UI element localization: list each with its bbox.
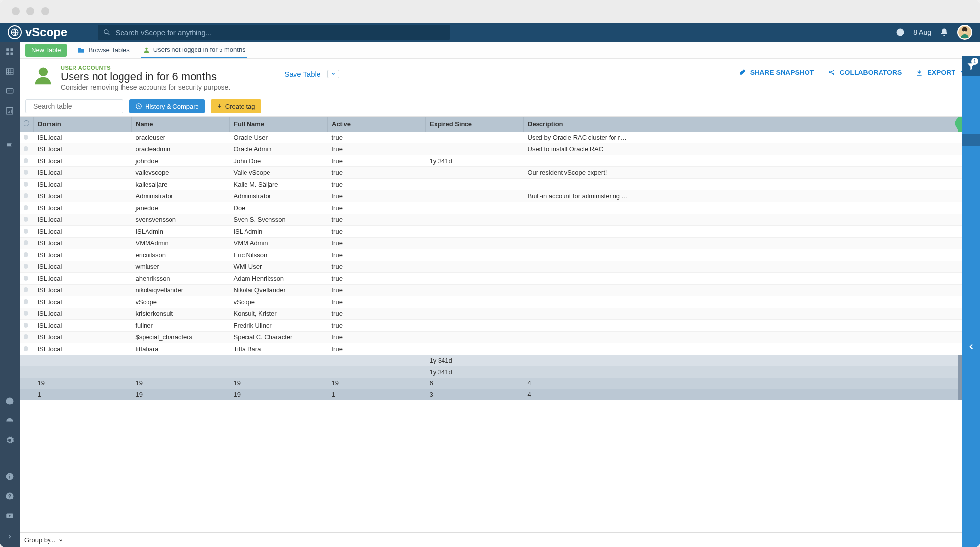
sidebar-video[interactable] <box>4 510 16 522</box>
cell-full-name: Doe <box>230 202 328 214</box>
global-search[interactable] <box>98 25 450 40</box>
table-row[interactable]: ISL.local johndoe John Doe true 1y 341d <box>20 155 980 167</box>
table-row[interactable]: ISL.local $special_characters Special C.… <box>20 332 980 343</box>
cell-domain: ISL.local <box>34 132 132 143</box>
tab-current[interactable]: Users not logged in for 6 months <box>141 42 247 58</box>
sidebar-messages[interactable] <box>4 85 16 97</box>
export-button[interactable]: EXPORT <box>915 69 967 76</box>
sidebar-tables[interactable] <box>4 66 16 77</box>
row-select[interactable] <box>20 343 34 355</box>
cell-expired <box>426 273 524 285</box>
save-table-dropdown[interactable] <box>327 70 339 78</box>
cell-active: true <box>328 179 426 190</box>
sidebar-discovery[interactable] <box>4 395 16 407</box>
select-all-checkbox[interactable] <box>20 117 34 132</box>
user-avatar[interactable] <box>957 25 972 40</box>
table-row[interactable]: ISL.local wmiuser WMI User true <box>20 261 980 273</box>
share-snapshot-button[interactable]: SHARE SNAPSHOT <box>738 69 814 76</box>
table-row[interactable]: ISL.local ericnilsson Eric Nilsson true <box>20 249 980 261</box>
table-row[interactable]: ISL.local VMMAdmin VMM Admin true <box>20 238 980 249</box>
col-domain[interactable]: Domain <box>34 117 132 132</box>
target-icon[interactable] <box>896 28 905 37</box>
table-row[interactable]: ISL.local oracleadmin Oracle Admin true … <box>20 143 980 155</box>
window-max-dot[interactable] <box>41 7 49 15</box>
bell-icon[interactable] <box>940 28 949 37</box>
history-compare-button[interactable]: History & Compare <box>129 99 205 113</box>
group-by-dropdown[interactable]: Group by... <box>24 536 63 544</box>
col-full-name[interactable]: Full Name <box>230 117 328 132</box>
cell-domain: ISL.local <box>34 308 132 320</box>
table-row[interactable]: ISL.local janedoe Doe true <box>20 202 980 214</box>
col-active[interactable]: Active <box>328 117 426 132</box>
brand-logo[interactable]: vScope <box>8 25 67 39</box>
cell-active: true <box>328 190 426 202</box>
window-close-dot[interactable] <box>12 7 20 15</box>
col-name[interactable]: Name <box>132 117 230 132</box>
cell-full-name: Kalle M. Säljare <box>230 179 328 190</box>
table-row[interactable]: ISL.local nikolaiqveflander Nikolai Qvef… <box>20 285 980 296</box>
table-row[interactable]: ISL.local vallevscope Valle vScope true … <box>20 167 980 179</box>
table-row[interactable]: ISL.local ahenriksson Adam Henriksson tr… <box>20 273 980 285</box>
svg-point-1 <box>104 30 108 34</box>
cell-name: kallesaljare <box>132 179 230 190</box>
row-select[interactable] <box>20 273 34 285</box>
cell-full-name: Nikolai Qveflander <box>230 285 328 296</box>
row-select[interactable] <box>20 296 34 308</box>
sidebar-dashboard[interactable] <box>4 46 16 58</box>
table-row[interactable]: ISL.local svensvensson Sven S. Svensson … <box>20 214 980 226</box>
row-select[interactable] <box>20 261 34 273</box>
cell-full-name: Eric Nilsson <box>230 249 328 261</box>
sidebar-flag[interactable] <box>4 141 16 153</box>
col-description[interactable]: Description <box>524 117 958 132</box>
table-search[interactable] <box>25 99 123 113</box>
sidebar-settings[interactable] <box>4 434 16 446</box>
table-search-input[interactable] <box>33 102 119 110</box>
save-table-link[interactable]: Save Table <box>284 70 339 78</box>
cell-full-name: Sven S. Svensson <box>230 214 328 226</box>
sidebar-expand[interactable] <box>0 529 20 544</box>
sidebar-info[interactable] <box>4 471 16 482</box>
sidebar-speed[interactable] <box>4 415 16 427</box>
row-select[interactable] <box>20 214 34 226</box>
row-select[interactable] <box>20 320 34 332</box>
global-search-input[interactable] <box>115 28 444 37</box>
row-select[interactable] <box>20 167 34 179</box>
row-select[interactable] <box>20 332 34 343</box>
table-row[interactable]: ISL.local kristerkonsult Konsult, Kriste… <box>20 308 980 320</box>
table-row[interactable]: ISL.local kallesaljare Kalle M. Säljare … <box>20 179 980 190</box>
row-select[interactable] <box>20 202 34 214</box>
row-select[interactable] <box>20 308 34 320</box>
row-select[interactable] <box>20 226 34 238</box>
sidebar-help[interactable]: ? <box>4 490 16 502</box>
table-row[interactable]: ISL.local fullner Fredrik Ullner true <box>20 320 980 332</box>
rail-expand-button[interactable] <box>962 335 980 358</box>
table-row[interactable]: ISL.local Administrator Administrator tr… <box>20 190 980 202</box>
collaborators-button[interactable]: COLLABORATORS <box>828 69 902 76</box>
window-min-dot[interactable] <box>26 7 34 15</box>
sidebar-reports[interactable] <box>4 105 16 117</box>
cell-name: kristerkonsult <box>132 308 230 320</box>
cell-description <box>524 226 958 238</box>
row-select[interactable] <box>20 132 34 143</box>
svg-point-4 <box>900 32 901 33</box>
table-row[interactable]: ISL.local oracleuser Oracle User true Us… <box>20 132 980 143</box>
table-row[interactable]: ISL.local tittabara Titta Bara true <box>20 343 980 355</box>
col-expired-since[interactable]: Expired Since <box>426 117 524 132</box>
row-select[interactable] <box>20 285 34 296</box>
row-select[interactable] <box>20 190 34 202</box>
cell-name: ericnilsson <box>132 249 230 261</box>
page-subtitle: Consider removing these accounts for sec… <box>61 83 230 91</box>
cell-description <box>524 261 958 273</box>
filter-button[interactable]: 1 <box>962 56 980 76</box>
new-table-button[interactable]: New Table <box>25 44 67 57</box>
table-row[interactable]: ISL.local ISLAdmin ISL Admin true <box>20 226 980 238</box>
row-select[interactable] <box>20 179 34 190</box>
create-tag-button[interactable]: Create tag <box>211 99 261 113</box>
svg-point-18 <box>9 91 10 92</box>
table-row[interactable]: ISL.local vScope vScope true <box>20 296 980 308</box>
tab-browse-tables[interactable]: Browse Tables <box>75 42 131 58</box>
row-select[interactable] <box>20 238 34 249</box>
row-select[interactable] <box>20 155 34 167</box>
row-select[interactable] <box>20 249 34 261</box>
row-select[interactable] <box>20 143 34 155</box>
